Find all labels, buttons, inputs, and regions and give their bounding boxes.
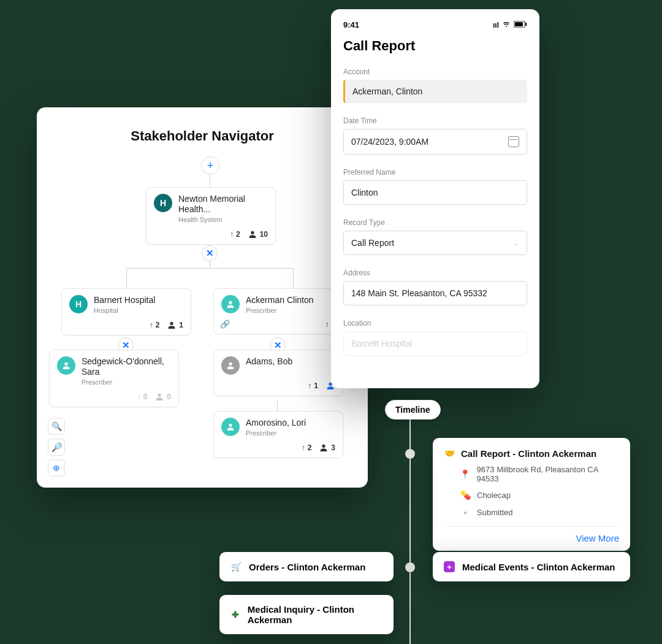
medical-inquiry-icon: ✚ bbox=[230, 609, 240, 620]
zoom-center-button[interactable]: ⊕ bbox=[48, 459, 65, 477]
connector bbox=[293, 268, 294, 288]
signal-icon: ııl bbox=[493, 21, 499, 29]
node-parents: ↑ 2 bbox=[230, 229, 240, 239]
node-children: 3 bbox=[319, 443, 335, 453]
node-parents: ↑ 1 bbox=[308, 381, 318, 391]
zoom-out-button[interactable]: 🔎 bbox=[48, 439, 65, 456]
battery-icon bbox=[514, 21, 527, 29]
prescriber-icon bbox=[221, 356, 240, 375]
prefname-value: Clinton bbox=[351, 188, 378, 197]
link-icon[interactable]: 🔗 bbox=[220, 320, 230, 329]
node-sedgewick[interactable]: Sedgewick-O'donnell, Sara Prescriber ↑ 0… bbox=[49, 350, 179, 407]
node-children: 10 bbox=[248, 229, 268, 239]
node-subtype: Health System bbox=[178, 216, 268, 223]
connector bbox=[210, 175, 210, 187]
medical-event-icon: ＋ bbox=[444, 561, 455, 572]
status-icons: ııl bbox=[493, 20, 527, 29]
phone-title: Call Report bbox=[343, 38, 527, 54]
node-amorosino[interactable]: Amorosino, Lori Prescriber ↑ 2 3 bbox=[213, 411, 343, 458]
view-more-link[interactable]: View More bbox=[444, 533, 619, 543]
address-value: 148 Main St. Pleasanton, CA 95332 bbox=[351, 288, 487, 298]
preferred-name-field[interactable]: Clinton bbox=[343, 180, 527, 205]
label-rectype: Record Type bbox=[343, 218, 527, 227]
svg-rect-2 bbox=[525, 22, 527, 25]
node-name: Barnert Hospital bbox=[94, 295, 155, 305]
calendar-icon[interactable] bbox=[508, 136, 519, 147]
connector bbox=[210, 261, 210, 268]
stakeholder-navigator-panel: Stakeholder Navigator + H Newton Memoria… bbox=[37, 107, 368, 488]
collapse-root-button[interactable]: ✕ bbox=[202, 245, 218, 261]
node-parents: ↑ 0 bbox=[137, 392, 148, 402]
node-subtype: Prescriber bbox=[246, 307, 314, 314]
add-node-button[interactable]: + bbox=[201, 156, 219, 175]
card-product: Cholecap bbox=[477, 491, 511, 500]
prescriber-icon bbox=[221, 418, 240, 436]
person-icon bbox=[154, 392, 164, 402]
timeline-card-call-report[interactable]: 🤝 Call Report - Clinton Ackerman 📍 9673 … bbox=[433, 438, 630, 551]
prescriber-icon bbox=[57, 356, 75, 375]
timeline-card-orders[interactable]: 🛒 Orders - Clinton Ackerman bbox=[219, 552, 394, 581]
location-field[interactable]: Barnett Hospital bbox=[343, 331, 527, 356]
datetime-value: 07/24/2023, 9:00AM bbox=[351, 137, 428, 147]
wifi-icon bbox=[502, 21, 511, 29]
node-subtype: Prescriber bbox=[82, 378, 171, 386]
card-address: 9673 Millbrook Rd, Pleasanton CA 94533 bbox=[477, 465, 619, 483]
node-parents: ↑ 2 bbox=[302, 443, 312, 453]
node-children: 0 bbox=[154, 392, 171, 402]
person-icon bbox=[167, 320, 177, 330]
timeline-card-medical-events[interactable]: ＋ Medical Events - Clinton Ackerman bbox=[433, 552, 630, 581]
hospital-icon: H bbox=[154, 194, 172, 212]
account-value: Ackerman, Clinton bbox=[345, 80, 527, 103]
chevron-down-icon: ⌄ bbox=[514, 239, 519, 247]
product-icon: 💊 bbox=[460, 489, 471, 500]
node-name: Ackerman Clinton bbox=[246, 295, 314, 305]
node-newton-memorial[interactable]: H Newton Memorial Health... Health Syste… bbox=[146, 187, 276, 245]
card-title: Medical Inquiry - Clinton Ackerman bbox=[248, 604, 382, 625]
account-field[interactable]: Ackerman, Clinton bbox=[343, 80, 527, 103]
timeline-label: Timeline bbox=[385, 400, 441, 420]
location-pin-icon: 📍 bbox=[460, 469, 471, 480]
label-prefname: Preferred Name bbox=[343, 168, 527, 177]
location-value: Barnett Hospital bbox=[351, 339, 413, 348]
zoom-in-button[interactable]: 🔍 bbox=[48, 418, 65, 435]
connector bbox=[277, 400, 278, 411]
node-subtype: Prescriber bbox=[246, 429, 306, 437]
status-dot-icon: ● bbox=[460, 507, 471, 518]
node-barnert-hospital[interactable]: H Barnert Hospital Hospital ↑ 2 1 bbox=[61, 288, 191, 335]
node-name: Newton Memorial Health... bbox=[178, 194, 268, 215]
rectype-value: Call Report bbox=[351, 238, 394, 248]
card-title: Medical Events - Clinton Ackerman bbox=[462, 562, 615, 572]
datetime-field[interactable]: 07/24/2023, 9:00AM bbox=[343, 129, 527, 155]
cart-icon: 🛒 bbox=[230, 561, 242, 572]
timeline-card-medical-inquiry[interactable]: ✚ Medical Inquiry - Clinton Ackerman bbox=[219, 595, 394, 634]
node-name: Adams, Bob bbox=[246, 356, 292, 367]
hospital-icon: H bbox=[69, 295, 88, 313]
address-field[interactable]: 148 Main St. Pleasanton, CA 95332 bbox=[343, 281, 527, 305]
node-adams[interactable]: Adams, Bob ↑ 1 bbox=[213, 350, 343, 396]
svg-rect-1 bbox=[515, 21, 523, 26]
node-parents: ↑ 2 bbox=[150, 320, 160, 330]
prescriber-icon bbox=[221, 295, 240, 313]
status-time: 9:41 bbox=[343, 20, 359, 29]
person-icon bbox=[319, 443, 329, 453]
card-title: Call Report - Clinton Ackerman bbox=[461, 448, 596, 459]
timeline-dot bbox=[405, 449, 415, 459]
org-tree: + H Newton Memorial Health... Health Sys… bbox=[49, 156, 356, 475]
connector bbox=[126, 268, 293, 269]
node-name: Amorosino, Lori bbox=[246, 418, 306, 428]
call-report-panel: 9:41 ııl Call Report Account Ackerman, C… bbox=[331, 9, 539, 388]
label-address: Address bbox=[343, 269, 527, 277]
label-datetime: Date Time bbox=[343, 117, 527, 125]
node-ackerman-clinton[interactable]: Ackerman Clinton Prescriber 🔗 ↑ 3 bbox=[213, 288, 343, 334]
page-title: Stakeholder Navigator bbox=[49, 128, 356, 144]
node-subtype: Hospital bbox=[94, 307, 155, 314]
handshake-icon: 🤝 bbox=[444, 448, 455, 459]
label-location: Location bbox=[343, 319, 527, 328]
node-children: 1 bbox=[167, 320, 183, 330]
timeline-dot bbox=[405, 562, 415, 572]
record-type-select[interactable]: Call Report ⌄ bbox=[343, 231, 527, 255]
person-icon bbox=[248, 229, 257, 239]
card-title: Orders - Clinton Ackerman bbox=[249, 562, 365, 572]
connector bbox=[126, 268, 127, 288]
card-status: Submitted bbox=[477, 508, 513, 517]
